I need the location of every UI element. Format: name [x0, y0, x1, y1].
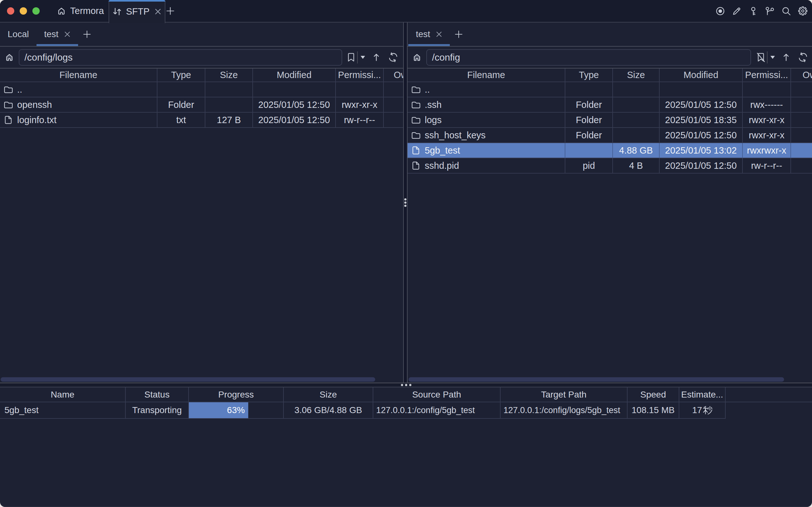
right-tab-test-close-icon[interactable]	[436, 31, 442, 38]
right-col-owner[interactable]: Owner	[791, 68, 812, 82]
close-window-button[interactable]	[7, 7, 14, 15]
right-pane-toolbar: /config	[408, 47, 812, 68]
left-col-filename[interactable]: Filename	[0, 68, 157, 82]
cell-modified	[660, 82, 743, 97]
right-col-size[interactable]: Size	[613, 68, 660, 82]
transfers-col-progress[interactable]: Progress	[189, 387, 284, 402]
transfer-progress-fill: 63%	[189, 402, 248, 418]
cell-size	[613, 113, 660, 128]
right-pane-tabs: test	[408, 22, 812, 47]
transfers-col-name[interactable]: Name	[0, 387, 126, 402]
cell-permissions: rwxr-xr-x	[743, 113, 791, 128]
left-row-loginfo[interactable]: loginfo.txt txt 127 B 2025/01/05 12:50 r…	[0, 113, 403, 128]
pane-splitter-handle[interactable]	[404, 198, 407, 207]
app-window: Termora SFTP	[0, 0, 812, 507]
cell-modified: 2025/01/05 12:50	[253, 97, 336, 113]
record-icon[interactable]	[715, 6, 725, 16]
left-col-owner[interactable]: Owner	[384, 68, 403, 82]
transfers-col-target[interactable]: Target Path	[501, 387, 628, 402]
macro-branch-icon[interactable]	[765, 6, 774, 16]
bookmark-separator	[767, 51, 767, 63]
left-col-size[interactable]: Size	[205, 68, 253, 82]
folder-icon	[411, 85, 421, 94]
right-col-filename[interactable]: Filename	[408, 68, 565, 82]
right-up-directory-icon[interactable]	[783, 53, 790, 62]
pane-splitter[interactable]	[403, 22, 408, 383]
right-row-logs[interactable]: logs Folder 2025/01/05 18:35 rwxr-xr-x	[408, 113, 812, 128]
left-bookmark-dropdown-icon[interactable]	[361, 56, 365, 59]
edit-pencil-icon[interactable]	[732, 6, 742, 16]
left-pane-toolbar: /config/logs	[0, 47, 403, 68]
left-home-button[interactable]	[0, 53, 19, 62]
main-area: Local test /config/logs	[0, 22, 812, 383]
tab-termora[interactable]: Termora	[51, 0, 110, 22]
left-path-input[interactable]: /config/logs	[19, 49, 342, 66]
left-pane-new-tab-button[interactable]	[78, 22, 96, 46]
cell-filename: 5gb_test	[408, 143, 565, 158]
transfers-col-size[interactable]: Size	[284, 387, 373, 402]
cell-size	[205, 97, 253, 113]
left-pane: Local test /config/logs	[0, 22, 403, 383]
cell-type: Folder	[565, 97, 613, 113]
handle-dot	[409, 384, 412, 386]
transfers-splitter-handle[interactable]	[401, 384, 412, 386]
cell-filename: ..	[0, 82, 157, 97]
tab-sftp-close-icon[interactable]	[155, 8, 161, 15]
right-row-up[interactable]: ..	[408, 82, 812, 97]
search-icon[interactable]	[781, 6, 791, 16]
cell-type	[565, 143, 613, 158]
minimize-window-button[interactable]	[20, 7, 27, 15]
cell-permissions: rwxr-xr-x	[336, 97, 384, 113]
cell-size: 4.88 GB	[613, 143, 660, 158]
right-tab-test[interactable]: test	[408, 22, 450, 46]
cell-permissions: rw-r--r--	[336, 113, 384, 128]
right-row-ssh-host-keys[interactable]: ssh_host_keys Folder 2025/01/05 12:50 rw…	[408, 128, 812, 143]
right-col-permissions[interactable]: Permissi...	[743, 68, 791, 82]
left-tab-test[interactable]: test	[37, 22, 78, 46]
left-up-directory-icon[interactable]	[373, 53, 380, 62]
left-row-openssh[interactable]: openssh Folder 2025/01/05 12:50 rwxr-xr-…	[0, 97, 403, 113]
right-row-ssh[interactable]: .ssh Folder 2025/01/05 12:50 rwx------	[408, 97, 812, 113]
left-row-up[interactable]: ..	[0, 82, 403, 97]
left-col-modified[interactable]: Modified	[253, 68, 336, 82]
right-bookmark-slash-icon[interactable]	[756, 53, 765, 62]
transfers-col-source[interactable]: Source Path	[373, 387, 501, 402]
right-horizontal-scrollbar[interactable]	[409, 377, 784, 382]
tab-sftp[interactable]: SFTP	[109, 0, 165, 23]
new-tab-button[interactable]	[162, 0, 178, 22]
left-col-type[interactable]: Type	[157, 68, 205, 82]
right-pane-new-tab-button[interactable]	[450, 22, 468, 46]
zoom-window-button[interactable]	[33, 7, 40, 15]
cell-permissions	[743, 82, 791, 97]
right-col-type[interactable]: Type	[565, 68, 613, 82]
left-tab-local[interactable]: Local	[0, 22, 37, 46]
cell-size	[613, 128, 660, 143]
transfer-row-5gb-test[interactable]: 5gb_test Transporting 63% 3.06 GB/4.88 G…	[0, 402, 812, 419]
left-horizontal-scrollbar[interactable]	[1, 377, 375, 382]
left-refresh-icon[interactable]	[388, 52, 398, 62]
right-home-button[interactable]	[408, 53, 426, 62]
right-pane: test /config	[408, 22, 812, 383]
cell-type: Folder	[565, 113, 613, 128]
cell-modified: 2025/01/05 13:02	[660, 143, 743, 158]
transfers-splitter[interactable]	[0, 383, 812, 387]
key-icon[interactable]	[749, 6, 758, 16]
transfers-col-estimate[interactable]: Estimate...	[679, 387, 726, 402]
transfers-col-status[interactable]: Status	[126, 387, 189, 402]
handle-dot	[405, 384, 407, 386]
right-bookmark-dropdown-icon[interactable]	[770, 56, 775, 59]
left-bookmark-icon[interactable]	[347, 53, 355, 62]
right-row-sshd-pid[interactable]: sshd.pid pid 4 B 2025/01/05 12:50 rw-r--…	[408, 158, 812, 174]
folder-icon	[3, 100, 13, 109]
left-tab-test-close-icon[interactable]	[64, 31, 70, 38]
right-path-input[interactable]: /config	[426, 49, 751, 66]
right-col-modified[interactable]: Modified	[660, 68, 743, 82]
left-col-permissions[interactable]: Permissi...	[336, 68, 384, 82]
cell-modified: 2025/01/05 12:50	[660, 158, 743, 174]
settings-gear-icon[interactable]	[798, 6, 808, 16]
tab-sftp-label: SFTP	[126, 6, 150, 17]
transfers-col-speed[interactable]: Speed	[628, 387, 679, 402]
right-row-5gb-test[interactable]: 5gb_test 4.88 GB 2025/01/05 13:02 rwxrwx…	[408, 143, 812, 158]
right-refresh-icon[interactable]	[798, 52, 808, 62]
handle-dot	[404, 202, 407, 204]
